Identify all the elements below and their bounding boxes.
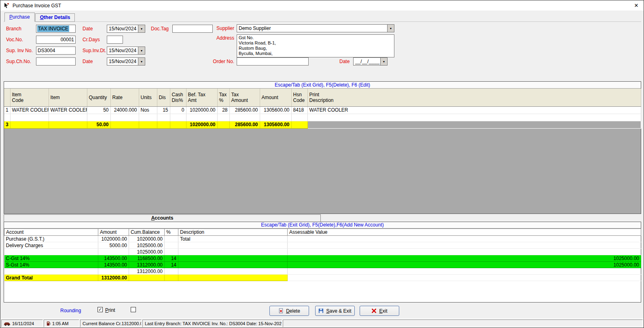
cell-tax-amount[interactable]: 285600.00 xyxy=(229,106,260,114)
chevron-down-icon[interactable]: ▼ xyxy=(138,58,145,65)
cell-empty[interactable] xyxy=(157,114,170,121)
accounts-grid-empty-area xyxy=(4,281,641,302)
sup-ch-no-input[interactable] xyxy=(36,57,76,66)
acc-cell-pct xyxy=(165,268,178,275)
chevron-down-icon[interactable]: ▼ xyxy=(387,25,394,32)
acc-cell-amount[interactable] xyxy=(98,268,129,275)
status-time: 1:05 AM xyxy=(52,321,68,326)
cell-empty[interactable] xyxy=(229,114,260,121)
cell-item-code[interactable]: WATER COOLER xyxy=(10,106,49,114)
print-checkbox[interactable]: ✓ xyxy=(97,307,103,312)
tab-accounts[interactable]: Accounts xyxy=(4,214,321,222)
cell-empty[interactable] xyxy=(4,114,10,121)
chevron-down-icon[interactable]: ▼ xyxy=(380,58,387,65)
accounts-row: Delivery Charges 5000.00 1025000.00 xyxy=(4,242,641,249)
acc-cell-amount[interactable]: 1020000.00 xyxy=(98,236,129,242)
header-cash-dis: Cash Dis% xyxy=(170,89,186,106)
acc-cell-grand-total-amount: 1312000.00 xyxy=(98,275,129,281)
exit-button-label: Exit xyxy=(379,308,387,314)
items-grid-hint: Escape/Tab (Exit Grid), F5(Delete), F6 (… xyxy=(4,82,641,89)
delete-button[interactable]: Delete xyxy=(269,306,309,316)
acc-header-cum-balance: Cum.Balance xyxy=(129,229,165,236)
cell-empty[interactable] xyxy=(87,114,110,121)
secondary-checkbox[interactable] xyxy=(131,307,136,312)
cell-empty[interactable] xyxy=(10,114,49,121)
branch-input[interactable]: TAX INVOICE xyxy=(36,25,76,33)
cell-item[interactable]: WATER COOLER xyxy=(49,106,87,114)
save-exit-button[interactable]: Save & Exit xyxy=(315,306,355,316)
order-date-combo[interactable]: __/__/____ ▼ xyxy=(353,57,388,66)
acc-cell-pct xyxy=(165,236,178,242)
cell-dis[interactable]: 15 xyxy=(157,106,170,114)
acc-cell-amount[interactable] xyxy=(98,249,129,255)
acc-cell-description xyxy=(178,275,288,281)
cr-days-input[interactable] xyxy=(107,36,123,44)
accounts-grand-total-row: Grand Total 1312000.00 xyxy=(4,275,641,281)
acc-cell-account[interactable]: Delivery Charges xyxy=(4,242,98,249)
chevron-down-icon[interactable]: ▼ xyxy=(138,25,145,32)
acc-cell-account[interactable]: Purchase (G.S.T.) xyxy=(4,236,98,242)
order-no-input[interactable] xyxy=(237,57,309,66)
cell-empty[interactable] xyxy=(49,114,87,121)
acc-cell-cum-balance: 1168500.00 xyxy=(129,255,165,262)
supplier-combo[interactable]: Demo Supplier ▼ xyxy=(237,24,394,32)
date-label: Date xyxy=(83,26,93,32)
cell-print-description[interactable]: WATER COOLER xyxy=(307,106,641,114)
acc-cell-pct xyxy=(165,242,178,249)
status-date-panel: 16/11/2024 xyxy=(1,320,43,327)
acc-cell-description[interactable] xyxy=(178,268,288,275)
voc-no-input[interactable] xyxy=(36,36,76,44)
close-icon[interactable]: ✕ xyxy=(629,0,644,11)
acc-cell-assessable: 1025000.00 xyxy=(288,262,641,268)
acc-cell-cum-balance: 1025000.00 xyxy=(129,242,165,249)
acc-cell-amount: 143500.00 xyxy=(98,255,129,262)
acc-cell-description[interactable]: Total xyxy=(178,236,288,242)
accounts-row: 1312000.00 xyxy=(4,268,641,275)
total-empty xyxy=(139,121,157,128)
cell-cash-dis[interactable]: 0 xyxy=(170,106,186,114)
cell-tax-pct[interactable]: 28 xyxy=(217,106,229,114)
exit-button[interactable]: Exit xyxy=(360,306,399,316)
header-print-description: Print Description xyxy=(307,89,641,106)
sup-inv-dt-combo[interactable]: 15/Nov/2024 ▼ xyxy=(107,47,145,55)
status-last-entry: Last Entry Branch: TAX INVOICE Inv. No.:… xyxy=(145,321,282,326)
status-empty-panel xyxy=(283,320,643,327)
total-empty xyxy=(157,121,170,128)
cell-empty[interactable] xyxy=(291,114,307,121)
cell-rate[interactable]: 24000.000 xyxy=(110,106,139,114)
cell-empty[interactable] xyxy=(170,114,186,121)
acc-cell-description[interactable] xyxy=(178,249,288,255)
total-empty xyxy=(49,121,87,128)
acc-cell-assessable: 1025000.00 xyxy=(288,255,641,262)
tab-other-details[interactable]: Other Details xyxy=(35,13,75,22)
cell-hsn-code[interactable]: 8418 xyxy=(291,106,307,114)
supplier-label: Supplier xyxy=(206,25,234,31)
total-empty xyxy=(110,121,139,128)
order-no-label: Order No. xyxy=(206,59,234,64)
cell-quantity[interactable]: 50 xyxy=(87,106,110,114)
cell-units[interactable]: Nos xyxy=(139,106,157,114)
chevron-down-icon[interactable]: ▼ xyxy=(138,47,145,54)
cell-bef-tax-amt[interactable]: 1020000.00 xyxy=(186,106,217,114)
date-combo[interactable]: 15/Nov/2024 ▼ xyxy=(107,25,145,33)
tab-purchase[interactable]: Purchase xyxy=(4,13,35,22)
cell-empty[interactable] xyxy=(217,114,229,121)
acc-cell-account[interactable] xyxy=(4,268,98,275)
acc-cell-description[interactable] xyxy=(178,242,288,249)
cell-row-no[interactable]: 1 xyxy=(4,106,10,114)
acc-cell-pct: 14 xyxy=(165,255,178,262)
cell-empty[interactable] xyxy=(139,114,157,121)
cell-empty[interactable] xyxy=(307,114,641,121)
acc-cell-amount: 143500.00 xyxy=(98,262,129,268)
acc-cell-account[interactable] xyxy=(4,249,98,255)
header-bef-tax-amt: Bef. Tax Amt xyxy=(186,89,217,106)
total-row-count: 3 xyxy=(4,121,10,128)
sup-inv-no-input[interactable] xyxy=(36,47,76,55)
acc-cell-amount[interactable]: 5000.00 xyxy=(98,242,129,249)
cell-empty[interactable] xyxy=(186,114,217,121)
cell-empty[interactable] xyxy=(110,114,139,121)
cell-empty[interactable] xyxy=(260,114,291,121)
cell-amount[interactable]: 1305600.00 xyxy=(260,106,291,114)
total-empty xyxy=(291,121,307,128)
sup-ch-date-combo[interactable]: 15/Nov/2024 ▼ xyxy=(107,57,145,66)
